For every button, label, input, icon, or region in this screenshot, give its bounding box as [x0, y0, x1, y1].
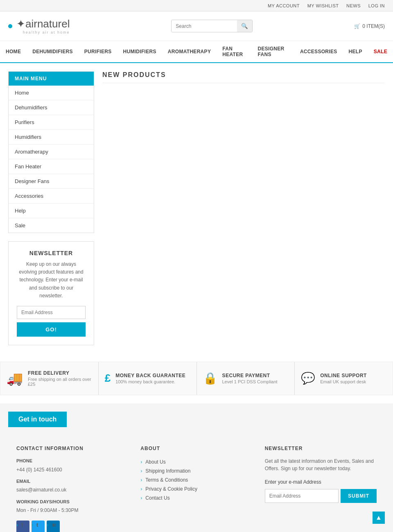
- nav-designer-fans[interactable]: DESIGNER FANS: [252, 41, 294, 62]
- feature-online-support-subtitle: Email UK support desk: [320, 379, 367, 384]
- logo-dot: [8, 24, 12, 28]
- sidebar-fan-heater[interactable]: Fan Heater: [9, 159, 94, 174]
- cart-icon: 🛒: [354, 23, 360, 29]
- header: ✦air naturel Healthy air at home 🔍 🛒 0 I…: [0, 11, 393, 41]
- sidebar-newsletter: NEWSLETTER Keep up on our always evolvin…: [8, 241, 94, 345]
- support-icon: 💬: [301, 371, 315, 385]
- facebook-icon[interactable]: f: [16, 521, 29, 532]
- twitter-icon[interactable]: t: [32, 521, 45, 532]
- scroll-to-top-button[interactable]: ▲: [373, 512, 385, 524]
- newsletter-footer-desc: Get all the latest information on Events…: [265, 457, 377, 472]
- product-grid: [102, 91, 385, 214]
- feature-money-back-subtitle: 100% money back guarantee.: [115, 379, 185, 384]
- main-content: NEW PRODUCTS: [102, 71, 385, 345]
- sidebar-designer-fans[interactable]: Designer Fans: [9, 174, 94, 189]
- nav-dehumidifiers[interactable]: DEHUMIDIFIERS: [27, 44, 79, 59]
- features-bar: 🚚 FREE DELIVERY Free shipping on all ord…: [0, 362, 393, 395]
- logo-main-text: ✦air naturel: [16, 18, 70, 30]
- phone-label: PHONE: [16, 457, 128, 465]
- about-title: ABOUT: [140, 446, 252, 451]
- privacy-link[interactable]: Privacy & Cookie Policy: [140, 484, 252, 494]
- content-area: MAIN MENU Home Dehumidifiers Purifiers H…: [0, 63, 393, 353]
- feature-online-support-title: ONLINE SUPPORT: [320, 373, 367, 378]
- sidebar-sale[interactable]: Sale: [9, 218, 94, 233]
- feature-online-support: 💬 ONLINE SUPPORT Email UK support desk: [295, 362, 393, 395]
- newsletter-footer-title: NEWSLETTER: [265, 446, 377, 451]
- nav-home[interactable]: HOME: [0, 44, 27, 59]
- sidebar-accessories[interactable]: Accessories: [9, 189, 94, 204]
- lock-icon: 🔒: [203, 371, 217, 385]
- new-products-title: NEW PRODUCTS: [102, 71, 385, 83]
- phone-value: +44 (0) 1425 461600: [16, 466, 128, 474]
- sidebar-dehumidifiers[interactable]: Dehumidifiers: [9, 100, 94, 115]
- email-label: EMAIL: [16, 478, 128, 485]
- get-in-touch-section: Get in touch CONTACT INFORMATION PHONE +…: [0, 403, 393, 532]
- feature-money-back: £ MONEY BACK GUARANTEE 100% money back g…: [99, 362, 197, 395]
- feature-secure-payment-title: SECURE PAYMENT: [222, 373, 278, 378]
- sidebar-newsletter-email[interactable]: [17, 306, 86, 319]
- top-bar: MY ACCOUNT MY WISHLIST NEWS LOG IN: [0, 0, 393, 11]
- sidebar-newsletter-submit[interactable]: GO!: [17, 322, 86, 337]
- nav-aromatherapy[interactable]: AROMATHERAPY: [162, 44, 217, 59]
- logo-tagline: Healthy air at home: [23, 30, 70, 34]
- social-icons: f t in: [16, 521, 128, 532]
- sidebar-menu: MAIN MENU Home Dehumidifiers Purifiers H…: [8, 71, 94, 233]
- logo[interactable]: ✦air naturel Healthy air at home: [8, 18, 70, 34]
- feature-secure-payment: 🔒 SECURE PAYMENT Level 1 PCI DSS Complia…: [197, 362, 295, 395]
- nav-fan-heater[interactable]: FAN HEATER: [217, 41, 252, 62]
- about-us-link[interactable]: About Us: [140, 457, 252, 466]
- sidebar-humidifiers[interactable]: Humidifiers: [9, 130, 94, 145]
- shipping-info-link[interactable]: Shipping Information: [140, 466, 252, 475]
- sidebar-home[interactable]: Home: [9, 86, 94, 100]
- truck-icon: 🚚: [7, 371, 23, 386]
- newsletter-footer-submit[interactable]: SUBMIT: [341, 489, 377, 503]
- linkedin-icon[interactable]: in: [47, 521, 60, 532]
- logo-text-area: ✦air naturel Healthy air at home: [16, 18, 70, 34]
- footer-newsletter-col: NEWSLETTER Get all the latest informatio…: [265, 446, 377, 532]
- contact-info-title: CONTACT INFORMATION: [16, 446, 128, 451]
- feature-free-delivery-subtitle: Free shipping on all orders over £25: [28, 377, 92, 387]
- news-link[interactable]: NEWS: [346, 3, 361, 8]
- nav-accessories[interactable]: ACCESSORIES: [294, 44, 343, 59]
- nav-humidifiers[interactable]: HUMIDIFIERS: [117, 44, 162, 59]
- cart-count: 0 ITEM(S): [362, 23, 385, 29]
- my-wishlist-link[interactable]: MY WISHLIST: [307, 3, 339, 8]
- terms-link[interactable]: Terms & Conditions: [140, 475, 252, 484]
- email-value: sales@airnaturel.co.uk: [16, 486, 128, 494]
- search-box: 🔍: [171, 20, 253, 32]
- search-input[interactable]: [172, 20, 237, 32]
- nav-help[interactable]: HELP: [343, 44, 368, 59]
- login-link[interactable]: LOG IN: [368, 3, 385, 8]
- sidebar-aromatherapy[interactable]: Aromatherapy: [9, 145, 94, 159]
- nav-purifiers[interactable]: PURIFIERS: [79, 44, 117, 59]
- feature-free-delivery-title: FREE DELIVERY: [28, 370, 92, 376]
- search-button[interactable]: 🔍: [237, 20, 252, 32]
- newsletter-email-label: Enter your e-mail Address: [265, 478, 377, 486]
- sidebar: MAIN MENU Home Dehumidifiers Purifiers H…: [8, 71, 94, 345]
- cart-area[interactable]: 🛒 0 ITEM(S): [354, 23, 385, 29]
- newsletter-footer-form: SUBMIT: [265, 489, 377, 503]
- hours-label: WORKING DAYS/HOURS: [16, 498, 128, 506]
- get-in-touch-button[interactable]: Get in touch: [8, 412, 67, 427]
- main-nav: HOME DEHUMIDIFIERS PURIFIERS HUMIDIFIERS…: [0, 41, 393, 63]
- money-back-icon: £: [105, 372, 111, 385]
- sidebar-menu-header: MAIN MENU: [9, 72, 94, 86]
- sidebar-newsletter-title: NEWSLETTER: [17, 250, 86, 256]
- feature-money-back-title: MONEY BACK GUARANTEE: [115, 373, 185, 378]
- my-account-link[interactable]: MY ACCOUNT: [268, 3, 300, 8]
- hours-value: Mon - Fri / 9:00AM - 5:30PM: [16, 507, 128, 514]
- feature-free-delivery: 🚚 FREE DELIVERY Free shipping on all ord…: [0, 362, 99, 395]
- nav-sale[interactable]: SALE: [368, 44, 393, 59]
- sidebar-help[interactable]: Help: [9, 204, 94, 218]
- feature-secure-payment-subtitle: Level 1 PCI DSS Compliant: [222, 379, 278, 384]
- footer-about-col: ABOUT About Us Shipping Information Term…: [140, 446, 252, 532]
- footer-columns: CONTACT INFORMATION PHONE +44 (0) 1425 4…: [8, 437, 385, 532]
- newsletter-footer-email[interactable]: [265, 489, 339, 503]
- footer-contact-col: CONTACT INFORMATION PHONE +44 (0) 1425 4…: [16, 446, 128, 532]
- contact-us-link[interactable]: Contact Us: [140, 494, 252, 503]
- sidebar-newsletter-desc: Keep up on our always evolving product f…: [17, 260, 86, 300]
- sidebar-purifiers[interactable]: Purifiers: [9, 115, 94, 130]
